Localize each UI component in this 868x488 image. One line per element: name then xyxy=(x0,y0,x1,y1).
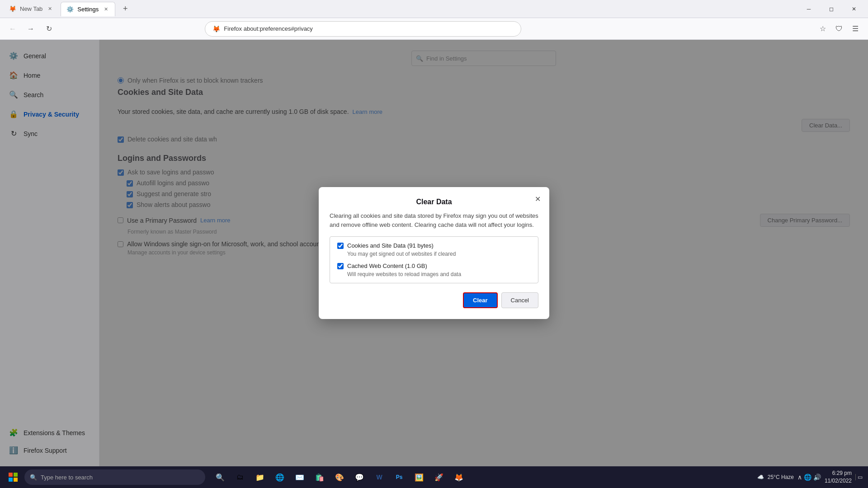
cancel-button[interactable]: Cancel xyxy=(501,292,538,308)
cached-web-content-label[interactable]: Cached Web Content (1.0 GB) xyxy=(337,263,531,269)
clear-data-dialog: Clear Data ✕ Clearing all cookies and si… xyxy=(319,187,549,319)
tab-close-new-tab[interactable]: ✕ xyxy=(46,5,53,13)
url-bar[interactable]: 🦊 Firefox about:preferences#privacy xyxy=(205,21,521,37)
taskbar: 🔍 Type here to search 🔍 🗂 📁 🌐 ✉️ 🛍️ 🎨 💬 … xyxy=(0,466,868,488)
svg-rect-3 xyxy=(14,478,18,482)
taskbar-search-placeholder: Type here to search xyxy=(41,474,93,481)
shield-button[interactable]: 🛡 xyxy=(832,22,846,36)
cached-web-content-checkbox[interactable] xyxy=(337,263,344,269)
menu-button[interactable]: ☰ xyxy=(848,22,863,36)
clear-button[interactable]: Clear xyxy=(463,292,498,308)
taskbar-icon-firefox[interactable]: 🦊 xyxy=(449,468,468,487)
taskbar-icon-gamebar[interactable]: 🚀 xyxy=(429,468,448,487)
tab-settings[interactable]: ⚙️ Settings ✕ xyxy=(61,2,115,16)
svg-rect-1 xyxy=(14,473,18,477)
bookmark-button[interactable]: ☆ xyxy=(816,22,830,36)
dialog-close-button[interactable]: ✕ xyxy=(531,192,544,205)
taskbar-search-icon: 🔍 xyxy=(30,474,37,481)
title-bar: 🦊 New Tab ✕ ⚙️ Settings ✕ + ─ ◻ ✕ xyxy=(0,0,868,18)
system-icons: ∧ 🌐 🔊 xyxy=(797,474,821,481)
chevron-up-icon[interactable]: ∧ xyxy=(797,474,802,481)
taskbar-icon-edge[interactable]: 🌐 xyxy=(270,468,289,487)
firefox-icon: 🦊 xyxy=(212,25,220,33)
cookies-site-data-item: Cookies and Site Data (91 bytes) You may… xyxy=(337,242,531,257)
tab-settings-icon: ⚙️ xyxy=(66,6,74,13)
svg-rect-0 xyxy=(9,473,13,477)
taskbar-search[interactable]: 🔍 Type here to search xyxy=(24,469,205,485)
taskbar-icon-taskview[interactable]: 🗂 xyxy=(231,468,250,487)
taskbar-icon-photos[interactable]: 🖼️ xyxy=(410,468,429,487)
browser-body: ⚙️ General 🏠 Home 🔍 Search 🔒 Privacy & S… xyxy=(0,40,868,466)
taskbar-icon-store[interactable]: 🛍️ xyxy=(310,468,329,487)
taskbar-icon-explorer[interactable]: 📁 xyxy=(250,468,269,487)
taskbar-icon-paint[interactable]: 🎨 xyxy=(330,468,349,487)
cookies-site-data-checkbox[interactable] xyxy=(337,243,344,249)
minimize-button[interactable]: ─ xyxy=(798,2,819,16)
refresh-button[interactable]: ↻ xyxy=(42,22,56,36)
taskbar-icon-search[interactable]: 🔍 xyxy=(211,468,230,487)
cached-web-content-sublabel: Will require websites to reload images a… xyxy=(347,271,531,277)
cookies-site-data-label[interactable]: Cookies and Site Data (91 bytes) xyxy=(337,242,531,249)
tab-new-tab[interactable]: 🦊 New Tab ✕ xyxy=(4,2,59,16)
taskbar-icon-word[interactable]: W xyxy=(370,468,389,487)
address-bar: 🦊 Firefox about:preferences#privacy xyxy=(205,21,521,37)
clock-time: 6:29 pm xyxy=(825,469,852,477)
new-tab-button[interactable]: + xyxy=(119,3,132,15)
cookies-site-data-text: Cookies and Site Data (91 bytes) xyxy=(347,242,434,249)
taskbar-icon-mail[interactable]: ✉️ xyxy=(290,468,309,487)
show-desktop-button[interactable]: ▭ xyxy=(855,474,864,480)
tab-settings-label: Settings xyxy=(77,6,99,13)
clock[interactable]: 6:29 pm 11/02/2022 xyxy=(825,469,852,485)
cookies-site-data-sublabel: You may get signed out of websites if cl… xyxy=(347,251,531,257)
cached-web-content-item: Cached Web Content (1.0 GB) Will require… xyxy=(337,263,531,277)
volume-icon[interactable]: 🔊 xyxy=(813,474,821,481)
dialog-actions: Clear Cancel xyxy=(330,292,538,308)
tab-label: New Tab xyxy=(20,5,42,12)
back-button[interactable]: ← xyxy=(5,22,20,36)
svg-rect-2 xyxy=(9,478,13,482)
dialog-description: Clearing all cookies and site data store… xyxy=(330,211,538,229)
network-icon[interactable]: 🌐 xyxy=(804,474,811,481)
browser-window: 🦊 New Tab ✕ ⚙️ Settings ✕ + ─ ◻ ✕ ← → ↻ … xyxy=(0,0,868,488)
windows-logo-icon xyxy=(9,473,18,482)
taskbar-right: ☁️ 25°C Haze ∧ 🌐 🔊 6:29 pm 11/02/2022 ▭ xyxy=(757,469,864,485)
dialog-title: Clear Data xyxy=(330,198,538,206)
forward-button[interactable]: → xyxy=(24,22,38,36)
nav-bar: ← → ↻ 🦊 Firefox about:preferences#privac… xyxy=(0,18,868,40)
taskbar-icon-skype[interactable]: 💬 xyxy=(350,468,369,487)
modal-overlay: Clear Data ✕ Clearing all cookies and si… xyxy=(0,40,868,466)
dialog-checkboxes: Cookies and Site Data (91 bytes) You may… xyxy=(330,236,538,283)
taskbar-icon-photoshop[interactable]: Ps xyxy=(390,468,409,487)
clock-date: 11/02/2022 xyxy=(825,477,852,485)
taskbar-app-icons: 🔍 🗂 📁 🌐 ✉️ 🛍️ 🎨 💬 W Ps 🖼️ 🚀 🦊 xyxy=(211,468,468,487)
tab-close-settings[interactable]: ✕ xyxy=(102,5,109,13)
window-controls: ─ ◻ ✕ xyxy=(798,2,864,16)
start-button[interactable] xyxy=(4,468,23,487)
weather-text: 25°C Haze xyxy=(768,474,794,480)
maximize-button[interactable]: ◻ xyxy=(821,2,842,16)
weather-icon: ☁️ xyxy=(757,474,764,480)
close-button[interactable]: ✕ xyxy=(844,2,864,16)
tab-icon: 🦊 xyxy=(9,5,16,12)
url-text: Firefox about:preferences#privacy xyxy=(224,25,313,32)
cached-web-content-text: Cached Web Content (1.0 GB) xyxy=(347,263,427,269)
nav-right: ☆ 🛡 ☰ xyxy=(816,22,863,36)
